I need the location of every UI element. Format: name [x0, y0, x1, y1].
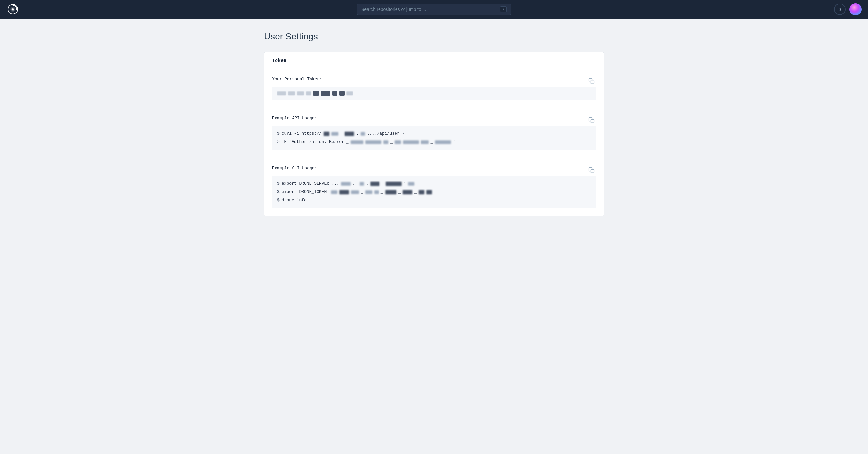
- cli-blur-3: [371, 182, 379, 186]
- api-code-blur-9: [403, 140, 419, 144]
- personal-token-section: Your Personal Token:: [264, 69, 604, 108]
- copy-icon: [588, 167, 595, 173]
- api-code-blur-4: [361, 132, 365, 136]
- api-code-blur-6: [365, 140, 381, 144]
- card-title: Token: [272, 58, 286, 63]
- cli-blur-10: [374, 190, 379, 194]
- api-code-line-1: $ curl -i https:// _ . ..../api/user \: [277, 130, 591, 137]
- api-code-blur-8: [395, 140, 401, 144]
- svg-point-3: [12, 8, 14, 10]
- api-code-blur-10: [421, 140, 429, 144]
- token-block-6: [321, 91, 331, 96]
- api-usage-label: Example API Usage:: [272, 116, 596, 121]
- cli-blur-1: [341, 182, 350, 186]
- page-title: User Settings: [264, 31, 604, 42]
- search-input[interactable]: [361, 7, 500, 12]
- svg-rect-5: [591, 120, 594, 123]
- settings-card: Token Your Personal Token:: [264, 52, 604, 217]
- api-code-blur-7: [383, 140, 389, 144]
- cli-code-line-1: $ export DRONE_SERVER=... ., . _ ': [277, 180, 591, 187]
- cli-blur-6: [331, 190, 337, 194]
- cli-usage-label: Example CLI Usage:: [272, 166, 596, 170]
- cli-blur-4: [385, 182, 402, 186]
- search-bar-wrapper: /: [357, 3, 511, 15]
- token-block-2: [288, 91, 295, 95]
- navbar-right: 0: [834, 3, 862, 15]
- avatar-image: [849, 3, 862, 15]
- copy-personal-token-button[interactable]: [587, 77, 596, 86]
- search-kbd: /: [500, 6, 507, 12]
- cli-blur-5: [408, 182, 414, 186]
- copy-icon: [588, 117, 595, 124]
- card-header: Token: [264, 52, 604, 69]
- api-code-blur-11: [435, 140, 451, 144]
- copy-icon: [588, 78, 595, 84]
- token-block-9: [346, 91, 353, 95]
- cli-blur-12: [403, 190, 412, 194]
- token-block-7: [332, 91, 337, 96]
- personal-token-value: [272, 87, 596, 100]
- cli-blur-2: [360, 182, 364, 186]
- cli-blur-14: [426, 190, 432, 194]
- cli-usage-section: Example CLI Usage: $ export DRONE_SERVER…: [264, 158, 604, 216]
- token-block-5: [313, 91, 319, 96]
- api-usage-section: Example API Usage: $ curl -i https:// _ …: [264, 108, 604, 158]
- copy-cli-usage-button[interactable]: [587, 166, 596, 175]
- personal-token-label: Your Personal Token:: [272, 77, 596, 82]
- app-logo[interactable]: [6, 3, 19, 16]
- copy-api-usage-button[interactable]: [587, 116, 596, 125]
- svg-rect-6: [591, 170, 594, 173]
- token-block-8: [339, 91, 344, 96]
- cli-blur-8: [351, 190, 359, 194]
- token-block-1: [277, 91, 286, 95]
- api-code-blur-2: [331, 132, 338, 136]
- search-bar[interactable]: /: [357, 3, 511, 15]
- cli-blur-13: [418, 190, 424, 194]
- navbar: / 0: [0, 0, 868, 19]
- cli-code-line-2: $ export DRONE_TOKEN= _ _ _ _: [277, 189, 591, 196]
- user-avatar[interactable]: [849, 3, 862, 15]
- page-content: User Settings Token Your Personal Token:: [257, 19, 611, 229]
- cli-blur-7: [339, 190, 349, 194]
- cli-blur-9: [365, 190, 372, 194]
- notification-button[interactable]: 0: [834, 3, 845, 15]
- api-code-blur-1: [324, 132, 330, 136]
- token-block-3: [297, 91, 304, 95]
- token-block-4: [306, 91, 311, 95]
- api-usage-code: $ curl -i https:// _ . ..../api/user \ >…: [272, 126, 596, 150]
- cli-usage-code: $ export DRONE_SERVER=... ., . _ ' $ exp…: [272, 176, 596, 208]
- cli-blur-11: [385, 190, 397, 194]
- api-code-blur-3: [344, 132, 354, 136]
- cli-code-line-3: $ drone info: [277, 197, 591, 204]
- notification-count: 0: [838, 7, 841, 12]
- api-code-blur-5: [350, 140, 364, 144]
- api-code-line-2: > -H "Authorization: Bearer _ _ _ ": [277, 138, 591, 145]
- svg-rect-4: [591, 80, 594, 84]
